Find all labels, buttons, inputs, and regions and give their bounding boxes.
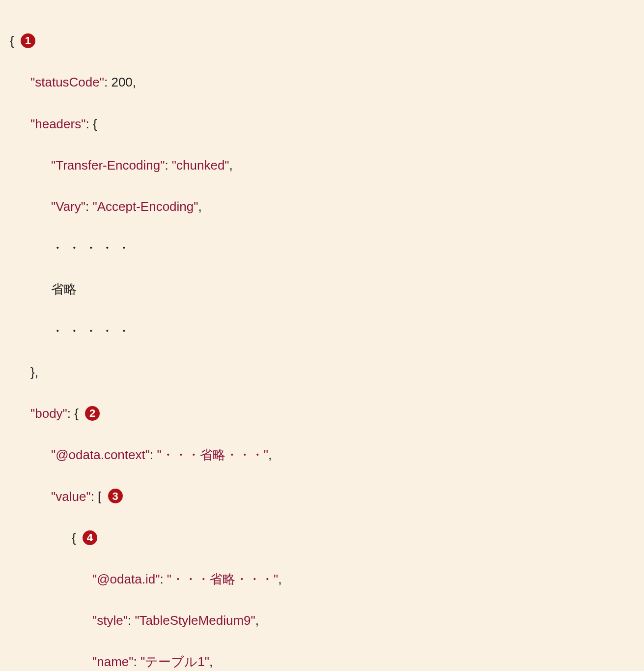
- comma: ,: [278, 572, 281, 586]
- comma: ,: [255, 613, 259, 628]
- key-transfer-encoding: "Transfer-Encoding": [51, 158, 165, 173]
- value-transfer-encoding: "chunked": [172, 158, 229, 173]
- value-statuscode: 200: [111, 75, 132, 89]
- value-odata-id: "・・・省略・・・": [167, 572, 278, 586]
- line-dots: ・・・・・: [10, 237, 634, 258]
- bracket-open: [: [98, 489, 101, 504]
- key-vary: "Vary": [51, 199, 85, 214]
- brace-open: {: [74, 406, 79, 421]
- key-value: "value": [51, 489, 91, 504]
- colon: :: [104, 75, 111, 89]
- colon: :: [67, 406, 74, 421]
- colon: :: [85, 117, 92, 131]
- brace-open: {: [10, 33, 14, 48]
- comma: ,: [133, 75, 136, 89]
- line-omit: 省略: [10, 279, 634, 299]
- code-block: { 1 "statusCode": 200, "headers": { "Tra…: [0, 0, 644, 671]
- value-style: "TableStyleMedium9": [135, 613, 255, 628]
- line-item-open: { 4: [10, 527, 634, 548]
- comma: ,: [198, 199, 201, 214]
- colon: :: [128, 613, 135, 628]
- key-statuscode: "statusCode": [30, 75, 104, 89]
- comma: ,: [229, 158, 233, 173]
- key-odata-id: "@odata.id": [92, 572, 160, 586]
- brace-close-comma: },: [30, 365, 38, 379]
- comma: ,: [268, 447, 272, 462]
- line-open: { 1: [10, 30, 634, 51]
- line-value-open: "value": [ 3: [10, 486, 634, 507]
- ellipsis-text: ・・・・・: [51, 240, 134, 255]
- badge-4-icon: 4: [83, 530, 97, 545]
- line-style: "style": "TableStyleMedium9",: [10, 610, 634, 631]
- line-vary: "Vary": "Accept-Encoding",: [10, 196, 634, 217]
- colon: :: [91, 489, 98, 504]
- key-headers: "headers": [30, 117, 85, 131]
- colon: :: [160, 572, 167, 586]
- line-odata-context: "@odata.context": "・・・省略・・・",: [10, 444, 634, 465]
- ellipsis-text: ・・・・・: [51, 323, 134, 338]
- value-odata-context: "・・・省略・・・": [157, 447, 268, 462]
- key-odata-context: "@odata.context": [51, 447, 150, 462]
- brace-open: {: [93, 117, 97, 131]
- colon: :: [165, 158, 171, 173]
- key-body: "body": [30, 406, 67, 421]
- value-name: "テーブル1": [140, 654, 209, 669]
- line-headers-close: },: [10, 362, 634, 382]
- value-vary: "Accept-Encoding": [92, 199, 198, 214]
- omit-text: 省略: [51, 282, 77, 296]
- badge-3-icon: 3: [108, 489, 123, 503]
- colon: :: [85, 199, 92, 214]
- badge-2-icon: 2: [85, 406, 100, 421]
- comma: ,: [209, 654, 213, 669]
- colon: :: [134, 654, 140, 669]
- line-name: "name": "テーブル1",: [10, 651, 634, 671]
- line-dots: ・・・・・: [10, 321, 634, 341]
- line-odata-id: "@odata.id": "・・・省略・・・",: [10, 569, 634, 589]
- badge-1-icon: 1: [21, 33, 35, 48]
- line-transfer-encoding: "Transfer-Encoding": "chunked",: [10, 155, 634, 175]
- key-name: "name": [92, 654, 134, 669]
- line-body-open: "body": { 2: [10, 403, 634, 424]
- line-headers-open: "headers": {: [10, 114, 634, 134]
- key-style: "style": [92, 613, 128, 628]
- line-statuscode: "statusCode": 200,: [10, 72, 634, 92]
- colon: :: [150, 447, 157, 462]
- brace-open: {: [72, 530, 76, 545]
